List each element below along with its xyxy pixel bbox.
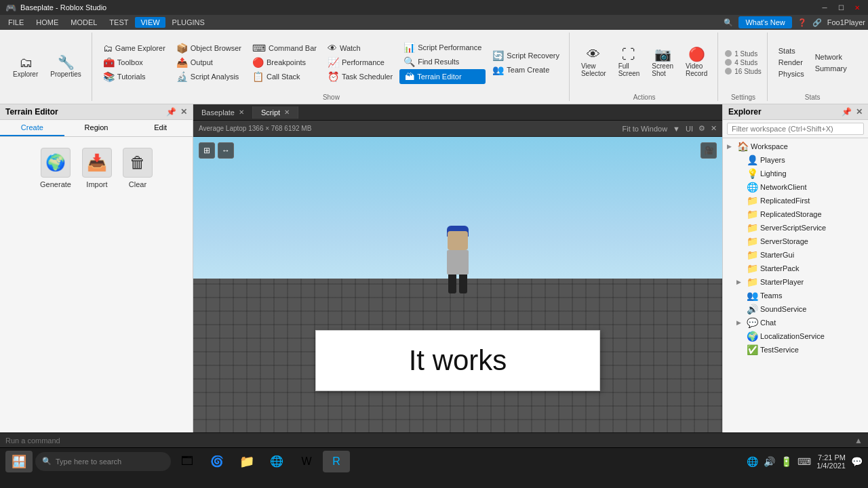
maximize-button[interactable]: ☐	[835, 2, 846, 13]
volume-sys-icon[interactable]: 🔊	[764, 456, 775, 467]
edge-btn[interactable]: 🌀	[203, 451, 231, 472]
tree-item-localization-service[interactable]: 🌍 LocalizationService	[723, 329, 868, 343]
terrain-btn-clear[interactable]: 🗑 Clear	[123, 148, 153, 188]
ribbon-btn-full-screen[interactable]: ⛶ FullScreen	[614, 45, 645, 80]
tree-item-chat[interactable]: ▶ 💬 Chat	[723, 316, 868, 329]
ribbon-btn-find-results[interactable]: 🔍 Find Results	[399, 55, 486, 68]
settings-icon[interactable]: ⚙	[698, 124, 705, 133]
dropdown-arrow-icon[interactable]: ▼	[673, 125, 680, 133]
editor-tab-script[interactable]: Script ✕	[253, 106, 298, 119]
menu-model[interactable]: MODEL	[65, 17, 102, 28]
battery-sys-icon[interactable]: 🔋	[781, 456, 792, 467]
menu-test[interactable]: TEST	[104, 17, 134, 28]
tree-item-test-service[interactable]: ✅ TestService	[723, 343, 868, 357]
share-icon[interactable]: 🔗	[812, 18, 822, 27]
tree-item-workspace[interactable]: ▶ 🏠 Workspace	[723, 140, 868, 153]
tree-item-sound-service[interactable]: 🔊 SoundService	[723, 302, 868, 316]
ribbon-btn-terrain-editor[interactable]: 🏔 Terrain Editor	[399, 69, 486, 84]
ribbon-btn-properties[interactable]: 🔧 Properties	[45, 53, 86, 81]
roblox-studio-btn[interactable]: R	[323, 451, 350, 472]
terrain-tab-edit[interactable]: Edit	[128, 120, 193, 136]
ribbon-btn-script-analysis[interactable]: 🔬 Script Analysis	[172, 70, 245, 83]
studs-row-4[interactable]: 4 Studs	[725, 59, 761, 66]
character-body	[447, 250, 469, 274]
studs-row-16[interactable]: 16 Studs	[725, 68, 761, 75]
help-icon[interactable]: ❓	[797, 18, 807, 27]
ribbon-btn-team-create[interactable]: 👥 Team Create	[488, 63, 564, 77]
explorer-close-icon[interactable]: ✕	[856, 107, 863, 117]
baseplate-tab-close[interactable]: ✕	[239, 108, 244, 116]
ribbon-btn-network[interactable]: Network	[811, 52, 851, 62]
ribbon-btn-script-perf[interactable]: 📊 Script Performance	[399, 41, 486, 54]
minimize-button[interactable]: ─	[819, 2, 830, 13]
whats-new-button[interactable]: What's New	[738, 16, 791, 28]
terrain-close-icon[interactable]: ✕	[180, 107, 187, 117]
ribbon-btn-physics[interactable]: Physics	[774, 68, 808, 79]
tree-item-lighting[interactable]: 💡 Lighting	[723, 167, 868, 180]
ribbon-btn-script-recovery[interactable]: 🔄 Script Recovery	[488, 49, 564, 62]
file-explorer-btn[interactable]: 📁	[233, 451, 260, 472]
ribbon-btn-performance[interactable]: 📈 Performance	[323, 56, 397, 69]
ribbon-btn-screen-shot[interactable]: 📷 ScreenShot	[647, 45, 678, 80]
task-view-button[interactable]: 🗔	[174, 451, 201, 472]
keyboard-sys-icon[interactable]: ⌨	[797, 456, 811, 467]
ribbon-btn-output[interactable]: 📤 Output	[172, 56, 245, 69]
taskbar-search[interactable]: 🔍 Type here to search	[35, 452, 171, 471]
ribbon-btn-toolbox[interactable]: 🧰 Toolbox	[99, 56, 170, 69]
tree-item-network-client[interactable]: 🌐 NetworkClient	[723, 180, 868, 194]
ribbon-btn-render[interactable]: Render	[774, 57, 808, 68]
menu-home[interactable]: HOME	[31, 17, 64, 28]
explorer-search-input[interactable]	[727, 123, 864, 135]
menu-view[interactable]: VIEW	[135, 17, 165, 28]
ribbon-btn-breakpoints[interactable]: 🔴 Breakpoints	[248, 56, 321, 69]
grid-btn[interactable]: ⊞	[199, 142, 215, 159]
menu-file[interactable]: FILE	[3, 17, 29, 28]
viewport[interactable]: It works ⊞ ↔ 🎥	[193, 137, 722, 432]
tree-item-replicated-first[interactable]: 📁 ReplicatedFirst	[723, 194, 868, 207]
terrain-tab-region[interactable]: Region	[64, 120, 129, 136]
ribbon-btn-summary[interactable]: Summary	[811, 63, 851, 74]
network-sys-icon[interactable]: 🌐	[747, 456, 758, 467]
ribbon-btn-video-record[interactable]: 🔴 VideoRecord	[681, 45, 712, 80]
menu-plugins[interactable]: PLUGINS	[167, 17, 210, 28]
close-viewport-icon[interactable]: ✕	[711, 124, 717, 133]
camera-btn[interactable]: 🎥	[701, 142, 717, 159]
notification-icon[interactable]: 💬	[851, 456, 863, 467]
tree-item-starter-gui[interactable]: 📁 StarterGui	[723, 248, 868, 262]
studs-row-1[interactable]: 1 Studs	[725, 50, 761, 58]
tree-item-server-storage[interactable]: 📁 ServerStorage	[723, 235, 868, 248]
terrain-btn-import[interactable]: 📥 Import	[82, 148, 112, 188]
close-button[interactable]: ✕	[852, 2, 863, 13]
editor-tab-baseplate[interactable]: Baseplate ✕	[193, 106, 253, 119]
tree-item-starter-pack[interactable]: 📁 StarterPack	[723, 262, 868, 275]
command-input[interactable]	[5, 436, 854, 445]
command-expand-icon[interactable]: ▲	[854, 436, 863, 445]
chrome-btn[interactable]: 🌐	[263, 451, 290, 472]
ribbon-btn-object-browser[interactable]: 📦 Object Browser	[172, 41, 245, 55]
ribbon-btn-game-explorer[interactable]: 🗂 Game Explorer	[99, 41, 170, 55]
tree-item-server-script-service[interactable]: 📁 ServerScriptService	[723, 221, 868, 235]
tree-item-teams[interactable]: 👥 Teams	[723, 289, 868, 302]
word-btn[interactable]: W	[293, 451, 320, 472]
tree-item-players[interactable]: 👤 Players	[723, 153, 868, 167]
ui-icon[interactable]: UI	[686, 125, 693, 133]
terrain-pin-icon[interactable]: 📌	[166, 107, 176, 117]
explorer-pin-icon[interactable]: 📌	[842, 107, 852, 117]
transform-btn[interactable]: ↔	[218, 142, 234, 159]
tutorials-icon: 📚	[103, 71, 115, 82]
ribbon-btn-call-stack[interactable]: 📋 Call Stack	[248, 70, 321, 83]
ribbon-btn-view-selector[interactable]: 👁 ViewSelector	[576, 45, 611, 80]
script-tab-close[interactable]: ✕	[284, 108, 290, 116]
ribbon-btn-stats[interactable]: Stats	[774, 45, 808, 56]
ribbon-btn-watch[interactable]: 👁 Watch	[323, 41, 397, 55]
ribbon-btn-task-scheduler[interactable]: ⏰ Task Scheduler	[323, 70, 397, 83]
ribbon-btn-tutorials[interactable]: 📚 Tutorials	[99, 70, 170, 83]
tree-item-replicated-storage[interactable]: 📁 ReplicatedStorage	[723, 207, 868, 221]
ribbon-btn-command-bar[interactable]: ⌨ Command Bar	[248, 41, 321, 55]
terrain-tab-create[interactable]: Create	[0, 120, 64, 136]
terrain-btn-generate[interactable]: 🌍 Generate	[40, 148, 71, 188]
tree-item-starter-player[interactable]: ▶ 📁 StarterPlayer	[723, 275, 868, 289]
fit-to-window-dropdown[interactable]: Fit to Window	[622, 125, 667, 133]
ribbon-btn-explorer[interactable]: 🗂 Explorer	[8, 53, 43, 81]
start-button[interactable]: 🪟	[5, 451, 33, 472]
